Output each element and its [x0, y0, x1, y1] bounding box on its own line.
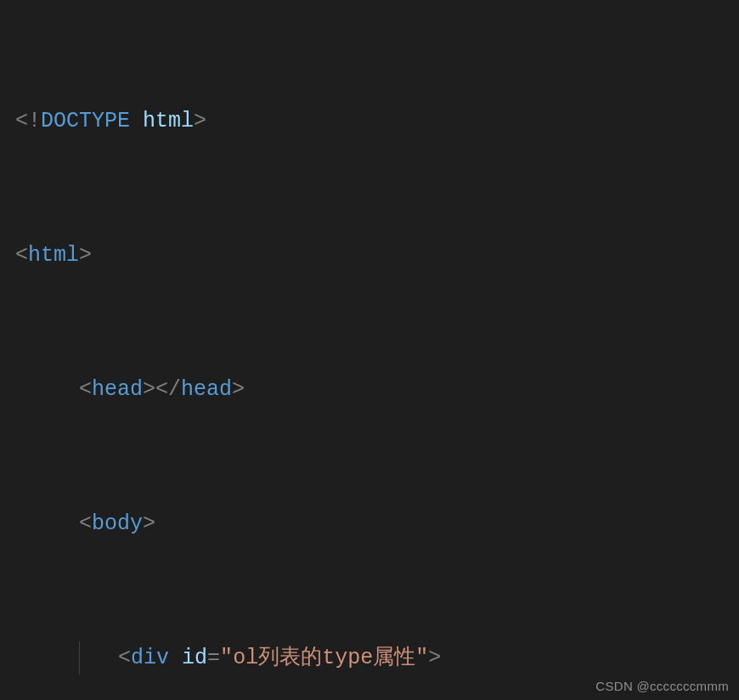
code-editor[interactable]: <!DOCTYPE html> <html> <head></head> <bo… [0, 0, 739, 671]
slash-icon: / [168, 377, 181, 402]
bracket-icon: < [118, 646, 131, 670]
bracket-icon: > [143, 377, 155, 402]
watermark: CSDN @cccccccmmm [595, 679, 729, 693]
bracket-icon: < [79, 377, 92, 402]
bracket-icon: < [15, 109, 28, 133]
bracket-icon: > [79, 243, 92, 268]
tag-div: div [131, 646, 169, 670]
indent [15, 377, 79, 402]
bracket-icon: > [143, 511, 155, 536]
tag-head: head [181, 377, 232, 402]
bracket-icon: > [194, 109, 206, 133]
string-value: ol列表的type属性 [233, 646, 415, 670]
code-line[interactable]: <body> [15, 507, 739, 541]
code-line[interactable]: <div id="ol列表的type属性"> [15, 641, 739, 675]
code-line[interactable]: <!DOCTYPE html> [15, 104, 739, 138]
tag-body: body [92, 511, 143, 536]
doctype-html: html [143, 109, 194, 133]
code-line[interactable]: <html> [15, 239, 739, 273]
quote-icon: " [220, 646, 233, 670]
bracket-icon: < [79, 511, 92, 536]
tag-html: html [28, 243, 79, 268]
code-line[interactable]: <head></head> [15, 373, 739, 407]
tag-head: head [92, 377, 143, 402]
quote-icon: " [415, 646, 428, 670]
bracket-icon: > [232, 377, 245, 402]
indent [15, 511, 79, 536]
equals-icon: = [207, 646, 220, 670]
bracket-icon: < [155, 377, 168, 402]
indent-guide-icon [79, 641, 80, 675]
bracket-icon: > [428, 646, 441, 670]
attr-id: id [182, 646, 207, 670]
indent [15, 646, 118, 670]
doctype-keyword: DOCTYPE [41, 109, 130, 133]
bracket-icon: < [15, 243, 28, 268]
exclaim-icon: ! [28, 109, 41, 133]
